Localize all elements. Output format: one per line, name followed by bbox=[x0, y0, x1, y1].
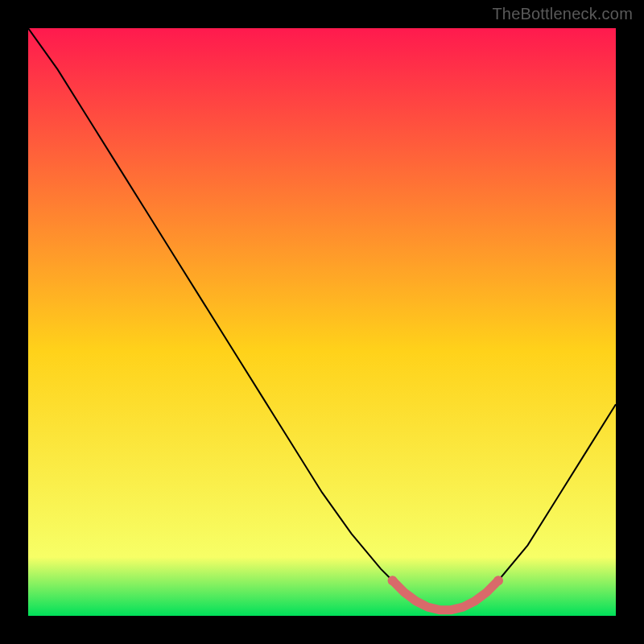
chart-plot-area bbox=[28, 28, 616, 616]
attribution-text: TheBottleneck.com bbox=[492, 5, 633, 23]
gradient-background bbox=[28, 28, 616, 616]
chart-svg bbox=[28, 28, 616, 616]
chart-frame: TheBottleneck.com bbox=[0, 0, 644, 644]
